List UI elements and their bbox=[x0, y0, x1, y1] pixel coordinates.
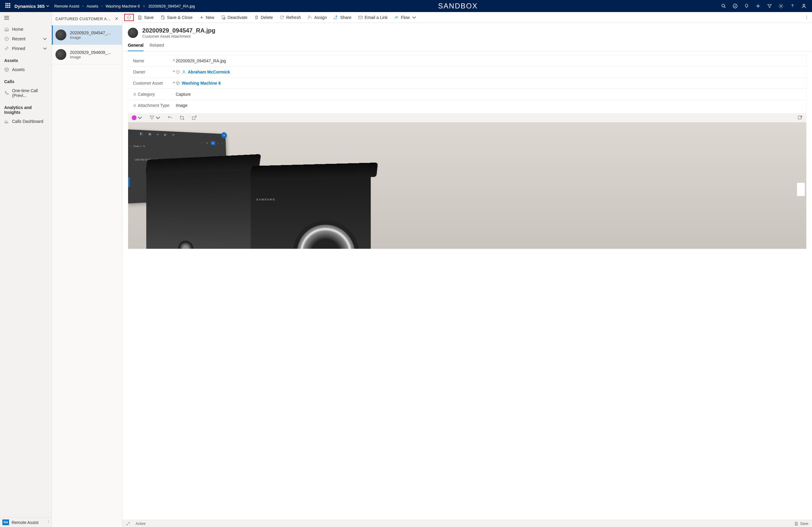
field-row-attachment-type: Attachment Type Image bbox=[128, 100, 806, 111]
app-launcher-icon[interactable] bbox=[5, 3, 12, 9]
list-item-sub: Image bbox=[70, 55, 111, 59]
breadcrumb-item[interactable]: 20200929_094547_RA.jpg bbox=[148, 4, 195, 9]
sidebar-recent[interactable]: Recent bbox=[0, 34, 52, 44]
field-row-name[interactable]: Name * 20200929_094547_RA.jpg bbox=[128, 56, 806, 66]
share-button[interactable]: Share bbox=[330, 13, 354, 22]
breadcrumb-item[interactable]: Assets bbox=[87, 4, 98, 9]
field-label: Category bbox=[138, 92, 155, 97]
back-button[interactable] bbox=[124, 14, 134, 21]
user-icon[interactable] bbox=[801, 3, 807, 9]
refresh-icon bbox=[279, 15, 284, 20]
filter-icon[interactable] bbox=[767, 3, 772, 9]
list-item[interactable]: 20200929_094547_... Image bbox=[52, 25, 122, 45]
popout-tool[interactable] bbox=[797, 115, 803, 120]
field-row-category: Category Capture bbox=[128, 89, 806, 100]
chevron-right-icon: › bbox=[82, 4, 84, 8]
record-title: 20200929_094547_RA.jpg bbox=[142, 27, 215, 34]
share-icon bbox=[333, 15, 338, 20]
sidebar-home[interactable]: Home bbox=[0, 25, 52, 34]
new-button[interactable]: New bbox=[196, 13, 217, 22]
field-value[interactable]: 20200929_094547_RA.jpg bbox=[176, 58, 801, 63]
chevron-down-icon bbox=[137, 115, 143, 120]
field-value[interactable]: Washing Machine 6 bbox=[176, 81, 801, 86]
lightbulb-icon[interactable] bbox=[744, 3, 749, 9]
close-icon[interactable]: ✕ bbox=[115, 16, 118, 21]
rotate-icon bbox=[191, 115, 197, 120]
email-icon bbox=[358, 15, 363, 20]
crop-tool[interactable] bbox=[179, 115, 185, 120]
breadcrumb: Remote Assist › Assets › Washing Machine… bbox=[54, 4, 195, 9]
list-item-thumb bbox=[56, 49, 66, 60]
app-name[interactable]: Dynamics 365 bbox=[14, 4, 45, 9]
tab-related[interactable]: Related bbox=[149, 41, 164, 51]
statusbar-save[interactable]: Save bbox=[794, 522, 808, 526]
command-bar: Save Save & Close New Deactivate Delete … bbox=[122, 12, 812, 23]
breadcrumb-item[interactable]: Remote Assist bbox=[54, 4, 79, 9]
cube-icon bbox=[4, 67, 9, 72]
color-picker[interactable] bbox=[132, 115, 143, 120]
deactivate-button[interactable]: Deactivate bbox=[218, 13, 250, 22]
sidebar-onetime-call[interactable]: One-time Call (Previ... bbox=[0, 86, 52, 100]
sidebar-pinned[interactable]: Pinned bbox=[0, 44, 52, 53]
gear-icon[interactable] bbox=[778, 3, 784, 9]
trash-icon bbox=[254, 15, 259, 20]
flow-button[interactable]: Flow bbox=[391, 13, 420, 22]
image-toolbar bbox=[128, 113, 806, 122]
sidebar-assets[interactable]: Assets bbox=[0, 65, 52, 74]
refresh-button[interactable]: Refresh bbox=[276, 13, 304, 22]
breadcrumb-item[interactable]: Washing Machine 6 bbox=[105, 4, 140, 9]
sidebar: Home Recent Pinned Assets Assets Calls O… bbox=[0, 12, 52, 527]
sidebar-area-switcher[interactable]: RA Remote Assist ˄˅ bbox=[0, 517, 52, 527]
save-button[interactable]: Save bbox=[134, 13, 157, 22]
search-icon[interactable] bbox=[721, 3, 726, 9]
sidebar-section-title: Assets bbox=[0, 53, 52, 65]
task-icon[interactable] bbox=[733, 3, 738, 9]
field-label: Name bbox=[133, 58, 144, 63]
undo-tool[interactable] bbox=[167, 115, 173, 120]
chevron-down-icon[interactable] bbox=[46, 4, 49, 8]
overflow-button[interactable] bbox=[803, 13, 810, 22]
more-vertical-icon bbox=[804, 15, 809, 20]
svg-rect-25 bbox=[134, 105, 136, 107]
field-row-customer-asset[interactable]: Customer Asset * Washing Machine 6 bbox=[128, 78, 806, 89]
plus-icon[interactable] bbox=[755, 3, 761, 9]
clock-icon bbox=[4, 36, 9, 41]
form-card: Name * 20200929_094547_RA.jpg Owner * Ab… bbox=[128, 55, 807, 249]
global-header: Dynamics 365 Remote Assist › Assets › Wa… bbox=[0, 0, 812, 12]
color-dot-icon bbox=[132, 115, 136, 120]
stroke-tool[interactable] bbox=[149, 115, 161, 120]
assign-button[interactable]: Assign bbox=[304, 13, 330, 22]
svg-rect-18 bbox=[359, 16, 362, 19]
area-label: Remote Assist bbox=[12, 520, 38, 525]
help-icon[interactable] bbox=[790, 3, 795, 9]
delete-button[interactable]: Delete bbox=[251, 13, 276, 22]
list-item-sub: Image bbox=[70, 35, 111, 40]
field-label: Customer Asset bbox=[133, 81, 163, 86]
chevron-right-icon: › bbox=[101, 4, 102, 8]
rotate-tool[interactable] bbox=[191, 115, 197, 120]
sidebar-calls-dashboard[interactable]: Calls Dashboard bbox=[0, 117, 52, 126]
save-icon bbox=[137, 15, 142, 20]
tab-general[interactable]: General bbox=[128, 41, 144, 51]
field-value[interactable]: Abraham McCormick bbox=[176, 70, 801, 74]
svg-point-20 bbox=[806, 17, 807, 18]
pen-icon bbox=[149, 115, 155, 120]
expand-icon[interactable] bbox=[126, 522, 130, 526]
chart-icon bbox=[4, 119, 9, 124]
image-preview[interactable]: ◧▣●◐⟳ ✦ ‹▭▭›› ← Hvac 1 ✎ Use the buttons… bbox=[128, 122, 806, 249]
svg-point-23 bbox=[183, 71, 185, 72]
list-item[interactable]: 20200929_094609_... Image bbox=[52, 45, 122, 64]
list-item-thumb bbox=[56, 30, 66, 40]
sidebar-item-label: Home bbox=[12, 27, 23, 32]
updown-icon: ˄˅ bbox=[48, 521, 49, 524]
chevron-right-icon: ›› bbox=[143, 4, 145, 8]
status-value: Active bbox=[136, 522, 146, 526]
field-value: Capture bbox=[176, 92, 801, 97]
hamburger-icon[interactable] bbox=[0, 12, 52, 25]
save-close-button[interactable]: Save & Close bbox=[157, 13, 195, 22]
email-link-button[interactable]: Email a Link bbox=[355, 13, 391, 22]
svg-point-5 bbox=[780, 5, 782, 7]
content-area: Save Save & Close New Deactivate Delete … bbox=[122, 12, 812, 527]
record-entity: Customer Asset Attachment bbox=[142, 34, 215, 39]
field-row-owner[interactable]: Owner * Abraham McCormick bbox=[128, 66, 806, 78]
